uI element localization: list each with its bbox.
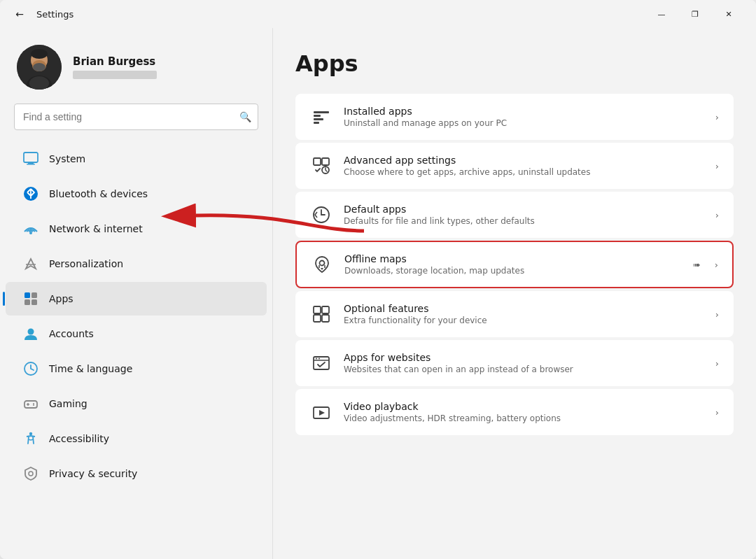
- sidebar-label-privacy: Privacy & security: [49, 468, 137, 479]
- svg-rect-8: [28, 162, 34, 164]
- apps-websites-icon: [310, 352, 332, 374]
- svg-point-6: [33, 63, 46, 71]
- setting-text-websites: Apps for websites Websites that can open…: [344, 352, 704, 374]
- setting-title-maps: Offline maps: [344, 253, 682, 264]
- setting-desc-default: Defaults for file and link types, other …: [344, 216, 704, 226]
- svg-rect-13: [31, 292, 37, 298]
- bluetooth-icon: [22, 185, 39, 202]
- svg-rect-25: [314, 118, 323, 120]
- offline-maps-icon: [311, 253, 333, 276]
- setting-apps-websites[interactable]: Apps for websites Websites that can open…: [295, 340, 734, 386]
- minimize-button[interactable]: —: [645, 3, 678, 25]
- gaming-icon: [22, 395, 39, 412]
- sidebar-item-apps[interactable]: Apps: [6, 282, 267, 316]
- chevron-icon-video: ›: [715, 407, 719, 418]
- titlebar: ← Settings — ❐ ✕: [0, 0, 756, 28]
- svg-rect-34: [314, 315, 321, 322]
- setting-text-advanced: Advanced app settings Choose where to ge…: [344, 155, 704, 177]
- system-icon: [22, 150, 39, 167]
- setting-title-advanced: Advanced app settings: [344, 155, 704, 166]
- user-profile[interactable]: Brian Burgess: [0, 28, 272, 104]
- setting-installed-apps[interactable]: Installed apps Uninstall and manage apps…: [295, 94, 734, 140]
- content-area: Apps Installed a: [273, 28, 756, 559]
- setting-desc-video: Video adjustments, HDR streaming, batter…: [344, 413, 704, 423]
- setting-title-installed: Installed apps: [344, 106, 704, 117]
- svg-rect-35: [322, 315, 329, 322]
- sidebar-item-gaming[interactable]: Gaming: [6, 387, 267, 420]
- personalization-icon: [22, 255, 39, 272]
- svg-rect-7: [24, 153, 38, 162]
- setting-video-playback[interactable]: Video playback Video adjustments, HDR st…: [295, 389, 734, 435]
- user-info: Brian Burgess: [73, 55, 157, 79]
- svg-rect-33: [322, 306, 329, 313]
- main-content: Apps Installed a: [273, 28, 756, 559]
- setting-text-optional: Optional features Extra functionality fo…: [344, 303, 704, 325]
- maximize-button[interactable]: ❐: [679, 3, 711, 25]
- setting-text-maps: Offline maps Downloads, storage location…: [344, 253, 682, 276]
- window-controls: — ❐ ✕: [645, 3, 745, 25]
- sidebar-label-accounts: Accounts: [49, 328, 94, 339]
- sidebar-item-privacy[interactable]: Privacy & security: [6, 457, 267, 490]
- setting-advanced-apps[interactable]: Advanced app settings Choose where to ge…: [295, 143, 734, 189]
- sidebar-item-personalization[interactable]: Personalization: [6, 247, 267, 281]
- setting-desc-maps: Downloads, storage location, map updates: [344, 266, 682, 276]
- sidebar-label-network: Network & internet: [49, 223, 143, 234]
- svg-rect-18: [24, 401, 37, 408]
- setting-offline-maps[interactable]: Offline maps Downloads, storage location…: [295, 241, 734, 288]
- installed-apps-icon: [310, 106, 332, 128]
- setting-default-apps[interactable]: Default apps Defaults for file and link …: [295, 192, 734, 238]
- svg-rect-26: [314, 122, 319, 124]
- back-button[interactable]: ←: [11, 6, 28, 22]
- svg-rect-32: [314, 306, 321, 313]
- setting-title-default: Default apps: [344, 204, 704, 215]
- setting-text-video: Video playback Video adjustments, HDR st…: [344, 401, 704, 423]
- network-icon: [22, 220, 39, 237]
- svg-point-19: [33, 403, 34, 404]
- svg-rect-23: [314, 111, 329, 113]
- sidebar-item-accounts[interactable]: Accounts: [6, 317, 267, 351]
- sidebar-item-bluetooth[interactable]: Bluetooth & devices: [6, 177, 267, 211]
- sidebar-label-time: Time & language: [49, 363, 132, 374]
- accessibility-icon: [22, 430, 39, 447]
- chevron-icon-installed: ›: [715, 112, 719, 122]
- search-icon: 🔍: [239, 111, 251, 122]
- accounts-icon: [22, 325, 39, 342]
- cursor-icon: ➠: [693, 260, 701, 270]
- svg-point-3: [31, 49, 48, 59]
- sidebar-label-apps: Apps: [49, 293, 74, 304]
- svg-rect-28: [322, 158, 329, 165]
- main-layout: Brian Burgess 🔍: [0, 28, 756, 559]
- setting-desc-advanced: Choose where to get apps, archive apps, …: [344, 167, 704, 177]
- svg-rect-12: [24, 292, 30, 298]
- sidebar-label-accessibility: Accessibility: [49, 433, 109, 444]
- sidebar-label-system: System: [49, 153, 85, 164]
- setting-desc-websites: Websites that can open in an app instead…: [344, 365, 704, 374]
- sidebar-label-personalization: Personalization: [49, 258, 123, 269]
- window-title: Settings: [36, 9, 74, 20]
- svg-point-21: [29, 432, 32, 435]
- search-box: 🔍: [14, 104, 258, 130]
- svg-point-31: [320, 261, 325, 266]
- svg-rect-9: [27, 164, 35, 165]
- setting-title-video: Video playback: [344, 401, 704, 412]
- sidebar-item-network[interactable]: Network & internet: [6, 212, 267, 246]
- setting-text-default: Default apps Defaults for file and link …: [344, 204, 704, 226]
- sidebar-item-accessibility[interactable]: Accessibility: [6, 422, 267, 455]
- settings-window: ← Settings — ❐ ✕: [0, 0, 756, 559]
- close-button[interactable]: ✕: [713, 3, 745, 25]
- search-input[interactable]: [14, 104, 258, 130]
- svg-rect-24: [314, 115, 321, 117]
- sidebar-item-system[interactable]: System: [6, 142, 267, 176]
- page-title: Apps: [295, 50, 734, 77]
- svg-point-37: [316, 358, 317, 360]
- setting-optional-features[interactable]: Optional features Extra functionality fo…: [295, 291, 734, 337]
- setting-desc-installed: Uninstall and manage apps on your PC: [344, 118, 704, 128]
- video-playback-icon: [310, 401, 332, 423]
- setting-title-optional: Optional features: [344, 303, 704, 314]
- svg-point-20: [33, 404, 34, 406]
- setting-text-installed: Installed apps Uninstall and manage apps…: [344, 106, 704, 128]
- chevron-icon-maps: ›: [715, 260, 718, 270]
- sidebar-item-time[interactable]: Time & language: [6, 352, 267, 385]
- chevron-icon-optional: ›: [715, 309, 719, 320]
- optional-features-icon: [310, 303, 332, 325]
